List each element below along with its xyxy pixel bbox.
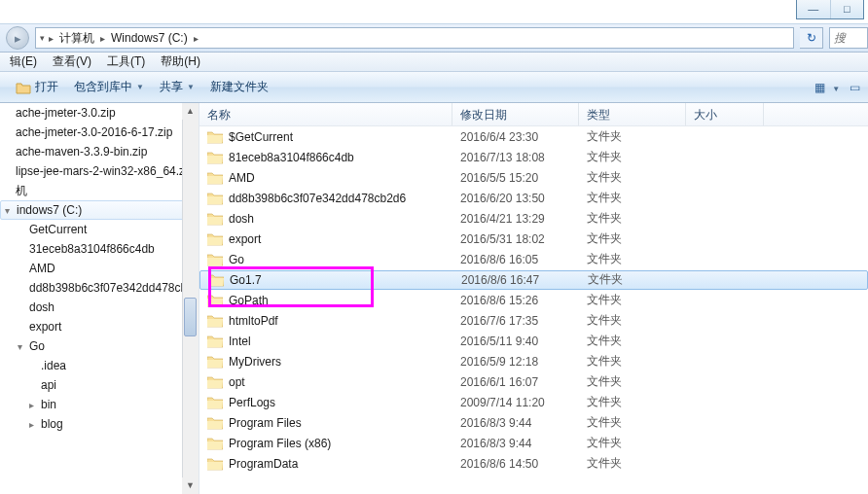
file-type: 文件夹 xyxy=(579,373,686,390)
view-options-button[interactable]: ▦ ▼ xyxy=(814,81,841,94)
file-row[interactable]: Program Files (x86)2016/8/3 9:44文件夹 xyxy=(199,433,868,453)
preview-pane-button[interactable]: ▭ xyxy=(841,81,868,94)
tree-item-label: bin xyxy=(41,398,56,411)
breadcrumb-computer[interactable]: 计算机 xyxy=(57,30,96,47)
expander-icon[interactable]: ▾ xyxy=(18,341,29,352)
tree-item-label: .idea xyxy=(41,359,66,372)
file-name: MyDrivers xyxy=(229,355,281,369)
expander-icon[interactable]: ▸ xyxy=(29,419,41,430)
tree-item[interactable]: ache-jmeter-3.0-2016-6-17.zip xyxy=(0,123,199,142)
column-headers: 名称 修改日期 类型 大小 xyxy=(199,103,868,126)
menu-view[interactable]: 查看(V) xyxy=(45,53,99,70)
share-button[interactable]: 共享▼ xyxy=(152,76,202,99)
chevron-right-icon: ▸ xyxy=(194,33,199,44)
tree-item[interactable]: .idea xyxy=(0,356,199,375)
file-type: 文件夹 xyxy=(579,251,686,267)
tree-item-label: api xyxy=(41,378,56,392)
column-size[interactable]: 大小 xyxy=(686,103,764,125)
scroll-thumb[interactable] xyxy=(184,298,197,336)
file-name: htmltoPdf xyxy=(229,314,278,328)
column-name[interactable]: 名称 xyxy=(199,103,452,125)
file-row[interactable]: dd8b398b6c3f07e342dd478cb2d62016/6/20 13… xyxy=(199,188,868,208)
nav-forward-button: ▸ xyxy=(6,26,29,50)
tree-item[interactable]: GetCurrent xyxy=(0,220,199,239)
tree-item-label: dd8b398b6c3f07e342dd478cb2 xyxy=(29,281,194,295)
tree-item[interactable]: dd8b398b6c3f07e342dd478cb2 xyxy=(0,278,199,298)
file-date: 2016/5/11 9:40 xyxy=(452,335,579,348)
file-row[interactable]: AMD2016/5/5 15:20文件夹 xyxy=(199,167,868,188)
menu-tools[interactable]: 工具(T) xyxy=(99,53,153,70)
file-row[interactable]: PerfLogs2009/7/14 11:20文件夹 xyxy=(199,392,868,412)
file-row[interactable]: GoPath2016/8/6 15:26文件夹 xyxy=(199,290,868,310)
tree-item[interactable]: ▾Go xyxy=(0,336,199,356)
tree-item[interactable]: export xyxy=(0,317,199,336)
menu-help[interactable]: 帮助(H) xyxy=(153,53,208,70)
tree-item[interactable]: ache-jmeter-3.0.zip xyxy=(0,103,199,123)
tree-item[interactable]: ▸blog xyxy=(0,414,199,434)
folder-icon xyxy=(207,355,223,369)
address-bar: ▸ ▾ ▸ 计算机 ▸ Windows7 (C:) ▸ ↻ 搜 xyxy=(0,23,868,53)
file-name: ProgramData xyxy=(229,457,298,471)
expander-icon[interactable]: ▸ xyxy=(29,400,41,410)
file-type: 文件夹 xyxy=(579,292,686,308)
tree-item[interactable]: dosh xyxy=(0,298,199,317)
folder-icon xyxy=(207,171,223,185)
file-type: 文件夹 xyxy=(579,128,686,145)
file-date: 2016/8/6 15:26 xyxy=(452,294,579,307)
file-row[interactable]: Program Files2016/8/3 9:44文件夹 xyxy=(199,412,868,433)
folder-icon xyxy=(207,294,223,307)
file-type: 文件夹 xyxy=(579,190,686,206)
file-date: 2016/7/6 17:35 xyxy=(452,314,579,328)
file-row[interactable]: ProgramData2016/8/6 14:50文件夹 xyxy=(199,453,868,474)
expander-icon[interactable]: ▾ xyxy=(5,205,17,216)
file-row[interactable]: MyDrivers2016/5/9 12:18文件夹 xyxy=(199,351,868,371)
new-folder-button[interactable]: 新建文件夹 xyxy=(202,76,276,99)
include-button[interactable]: 包含到库中▼ xyxy=(66,76,152,99)
file-row[interactable]: Go2016/8/6 16:05文件夹 xyxy=(199,249,868,269)
file-row[interactable]: dosh2016/4/21 13:29文件夹 xyxy=(199,208,868,229)
breadcrumb-drive[interactable]: Windows7 (C:) xyxy=(109,31,190,45)
tree-item[interactable]: ache-maven-3.3.9-bin.zip xyxy=(0,142,199,161)
file-type: 文件夹 xyxy=(579,353,686,370)
file-row[interactable]: export2016/5/31 18:02文件夹 xyxy=(199,229,868,249)
file-date: 2016/8/3 9:44 xyxy=(452,416,579,430)
tree-item[interactable]: AMD xyxy=(0,259,199,278)
folder-icon xyxy=(207,192,223,205)
history-dropdown-icon[interactable]: ▾ xyxy=(40,33,45,43)
folder-icon xyxy=(207,151,223,164)
file-row[interactable]: htmltoPdf2016/7/6 17:35文件夹 xyxy=(199,310,868,331)
column-modified[interactable]: 修改日期 xyxy=(452,103,579,125)
organize-button[interactable]: 打开 xyxy=(8,76,66,99)
tree-item[interactable]: 机 xyxy=(0,181,199,200)
file-row[interactable]: Go1.72016/8/6 16:47文件夹 xyxy=(199,269,868,290)
folder-icon xyxy=(207,437,223,450)
file-row[interactable]: $GetCurrent2016/6/4 23:30文件夹 xyxy=(199,126,868,147)
file-row[interactable]: opt2016/6/1 16:07文件夹 xyxy=(199,371,868,392)
column-type[interactable]: 类型 xyxy=(579,103,686,125)
tree-item[interactable]: ▸bin xyxy=(0,395,199,414)
folder-icon xyxy=(207,396,223,409)
folder-icon xyxy=(208,273,224,287)
file-row[interactable]: Intel2016/5/11 9:40文件夹 xyxy=(199,331,868,351)
minimize-button[interactable]: — xyxy=(797,0,830,18)
tree-item[interactable]: api xyxy=(0,375,199,395)
file-date: 2016/6/1 16:07 xyxy=(452,375,579,389)
tree-item[interactable]: lipse-jee-mars-2-win32-x86_64.z xyxy=(0,161,199,181)
breadcrumb[interactable]: ▾ ▸ 计算机 ▸ Windows7 (C:) ▸ xyxy=(35,27,794,49)
search-input[interactable]: 搜 xyxy=(829,27,868,49)
refresh-button[interactable]: ↻ xyxy=(800,27,823,49)
file-row[interactable]: 81eceb8a3104f866c4db2016/7/13 18:08文件夹 xyxy=(199,147,868,167)
nav-scrollbar[interactable]: ▲ ▼ xyxy=(182,103,199,494)
tree-item-label: AMD xyxy=(29,262,55,275)
menu-edit[interactable]: 辑(E) xyxy=(2,53,45,70)
file-name: AMD xyxy=(229,171,255,185)
maximize-button[interactable]: □ xyxy=(830,0,864,18)
file-name: Program Files xyxy=(229,416,302,430)
tree-item-label: export xyxy=(29,320,61,334)
file-name: dosh xyxy=(229,212,254,226)
window-controls: — □ xyxy=(796,0,864,19)
tree-item[interactable]: ▾indows7 (C:) xyxy=(0,200,199,220)
scroll-up-button[interactable]: ▲ xyxy=(182,103,199,120)
scroll-down-button[interactable]: ▼ xyxy=(182,477,199,494)
tree-item[interactable]: 31eceb8a3104f866c4db xyxy=(0,239,199,259)
